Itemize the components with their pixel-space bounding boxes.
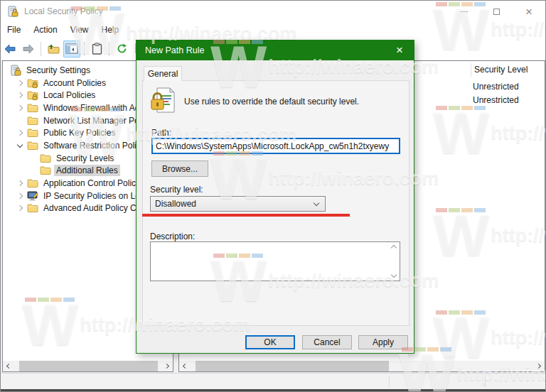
list-horizontal-scrollbar[interactable]	[179, 361, 545, 371]
folder-icon	[27, 102, 38, 114]
local-security-policy-window: Local Security Policy × FileActionViewHe…	[0, 0, 546, 392]
scroll-up-icon[interactable]	[391, 245, 397, 251]
security-level-label: Security level:	[150, 185, 203, 195]
expander-icon[interactable]	[13, 131, 27, 135]
close-icon: ×	[525, 6, 532, 18]
folder-icon	[27, 115, 38, 126]
path-label: Path:	[151, 128, 171, 138]
minimize-button[interactable]	[447, 1, 480, 22]
browse-button[interactable]: Browse...	[151, 160, 208, 177]
security-level-value: Disallowed	[155, 199, 314, 209]
folder-icon	[40, 153, 51, 164]
window-bottom-border	[1, 389, 546, 391]
description-label: Description:	[150, 232, 195, 241]
minimize-icon	[460, 11, 468, 12]
maximize-button[interactable]	[480, 1, 513, 22]
window-title: Local Security Policy	[24, 6, 103, 16]
maximize-icon	[493, 9, 500, 15]
menu-item-view[interactable]: View	[64, 23, 95, 37]
tab-general[interactable]: General	[144, 66, 182, 81]
expander-icon[interactable]	[13, 206, 27, 210]
expander-icon[interactable]	[13, 144, 27, 147]
scrollbar-thumb[interactable]	[196, 361, 389, 371]
expander-icon[interactable]	[13, 81, 27, 85]
menu-bar: FileActionViewHelp	[1, 22, 545, 38]
status-bar	[1, 373, 546, 390]
toolbar-separator	[109, 42, 109, 56]
scroll-right-icon[interactable]	[162, 361, 173, 371]
ok-button[interactable]: OK	[245, 335, 295, 349]
description-textarea[interactable]	[150, 241, 400, 281]
cancel-button[interactable]: Cancel	[302, 335, 352, 349]
close-button[interactable]: ×	[513, 1, 545, 22]
status-divider	[485, 376, 486, 387]
folder-icon	[40, 165, 51, 176]
menu-item-file[interactable]: File	[1, 23, 27, 37]
column-separator[interactable]	[471, 63, 471, 77]
status-divider	[389, 376, 390, 387]
expander-icon[interactable]	[13, 181, 27, 185]
refresh-icon[interactable]	[113, 40, 130, 58]
dialog-close-button[interactable]: ×	[385, 40, 414, 60]
scroll-down-icon[interactable]	[391, 272, 397, 278]
root-icon	[10, 65, 21, 76]
general-tab-page: Use rules to override the default securi…	[142, 80, 410, 326]
security-level-dropdown[interactable]: Disallowed	[150, 196, 326, 212]
folder-icon	[27, 140, 38, 151]
back-arrow-icon[interactable]	[1, 40, 18, 58]
folder-icon	[27, 202, 38, 214]
red-underline-annotation	[142, 214, 350, 217]
show-console-tree-icon[interactable]	[63, 40, 80, 58]
scrollbar-thumb[interactable]	[19, 361, 158, 371]
clipboard-icon[interactable]	[88, 40, 105, 58]
folder-icon	[27, 178, 38, 189]
window-titlebar: Local Security Policy ×	[1, 1, 545, 22]
dialog-title: New Path Rule	[145, 45, 204, 55]
menu-item-action[interactable]: Action	[27, 23, 63, 37]
dialog-titlebar[interactable]: New Path Rule ×	[136, 40, 414, 60]
textarea-scrollbar[interactable]	[388, 243, 399, 280]
column-header-security-level[interactable]: Security Level	[474, 65, 528, 75]
path-input[interactable]	[151, 138, 400, 154]
computer-icon	[27, 190, 38, 202]
folder-up-icon[interactable]	[45, 40, 62, 58]
scroll-right-icon[interactable]	[534, 361, 545, 371]
scroll-left-icon[interactable]	[3, 361, 14, 371]
tree-horizontal-scrollbar[interactable]	[3, 361, 173, 371]
app-lock-icon	[7, 6, 19, 18]
folder-lock-icon	[27, 89, 38, 101]
scroll-left-icon[interactable]	[179, 361, 190, 371]
dialog-info-text: Use rules to override the default securi…	[184, 97, 359, 107]
apply-button[interactable]: Apply	[358, 335, 408, 349]
new-path-rule-dialog: New Path Rule × General Use rules to ove…	[136, 40, 414, 354]
toolbar-separator	[41, 42, 41, 56]
expander-icon[interactable]	[13, 93, 27, 97]
toolbar-separator	[84, 42, 85, 56]
folder-lock-icon	[27, 77, 38, 89]
chevron-down-icon	[314, 200, 319, 205]
folder-icon	[27, 127, 38, 138]
forward-arrow-icon[interactable]	[20, 40, 37, 58]
menu-item-help[interactable]: Help	[95, 23, 126, 37]
expander-icon[interactable]	[13, 194, 27, 198]
path-rule-lock-document-icon	[150, 87, 178, 118]
expander-icon[interactable]	[13, 106, 27, 110]
